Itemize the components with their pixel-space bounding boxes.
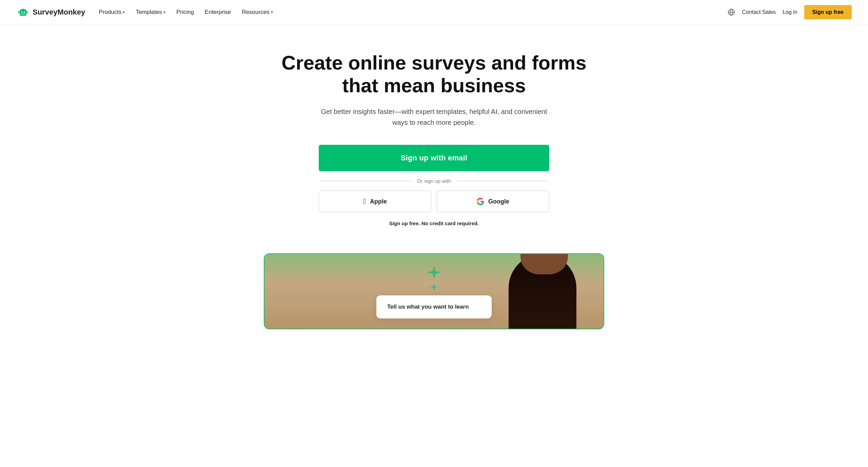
google-label: Google <box>488 198 509 205</box>
nav-products[interactable]: Products ▾ <box>99 9 125 16</box>
nav-enterprise[interactable]: Enterprise <box>205 9 231 16</box>
divider: Or sign up with <box>319 178 549 184</box>
contact-sales-link[interactable]: Contact Sales <box>742 9 776 15</box>
divider-line-right <box>456 181 549 181</box>
divider-line-left <box>319 181 412 181</box>
ai-sparkle-container <box>426 264 442 292</box>
hero-section: Create online surveys and forms that mea… <box>0 24 868 240</box>
svg-point-0 <box>21 12 22 13</box>
survey-card-overlay: Tell us what you want to learn <box>376 295 492 318</box>
bottom-card: Tell us what you want to learn <box>264 253 604 329</box>
sparkle-icon <box>426 264 442 280</box>
login-link[interactable]: Log in <box>783 9 797 15</box>
apple-icon:  <box>363 197 366 206</box>
divider-text: Or sign up with <box>417 178 451 184</box>
svg-point-1 <box>24 12 25 13</box>
chevron-down-icon: ▾ <box>123 10 125 15</box>
chevron-down-icon: ▾ <box>271 10 273 15</box>
logo-text: SurveyMonkey <box>33 8 85 17</box>
logo[interactable]: SurveyMonkey <box>16 7 85 17</box>
nav-pricing[interactable]: Pricing <box>176 9 194 16</box>
survey-card-text: Tell us what you want to learn <box>387 304 469 310</box>
nav-left: SurveyMonkey Products ▾ Templates ▾ Pric… <box>16 7 273 17</box>
logo-icon <box>16 7 30 17</box>
google-icon <box>477 198 484 205</box>
hero-title: Create online surveys and forms that mea… <box>281 52 587 97</box>
apple-signup-button[interactable]:  Apple <box>319 191 431 212</box>
nav-signup-button[interactable]: Sign up free <box>804 5 852 19</box>
apple-label: Apple <box>370 198 387 205</box>
hero-image: Tell us what you want to learn <box>264 254 604 329</box>
nav-links: Products ▾ Templates ▾ Pricing Enterpris… <box>99 9 273 16</box>
google-signup-button[interactable]: Google <box>437 191 549 212</box>
navigation: SurveyMonkey Products ▾ Templates ▾ Pric… <box>0 0 868 24</box>
sparkle-icon-small <box>429 282 439 292</box>
nav-resources[interactable]: Resources ▾ <box>242 9 273 16</box>
chevron-down-icon: ▾ <box>163 10 165 15</box>
hero-subtitle: Get better insights faster—with expert t… <box>315 106 553 128</box>
nav-templates[interactable]: Templates ▾ <box>136 9 165 16</box>
nav-right: Contact Sales Log in Sign up free <box>728 5 852 19</box>
no-credit-card-text: Sign up free. No credit card required. <box>389 220 479 226</box>
bottom-section: Tell us what you want to learn <box>248 253 620 329</box>
globe-icon[interactable] <box>728 8 735 16</box>
social-buttons:  Apple Google <box>319 191 549 212</box>
signup-email-button[interactable]: Sign up with email <box>319 145 549 171</box>
cta-section: Sign up with email Or sign up with  App… <box>319 145 549 226</box>
